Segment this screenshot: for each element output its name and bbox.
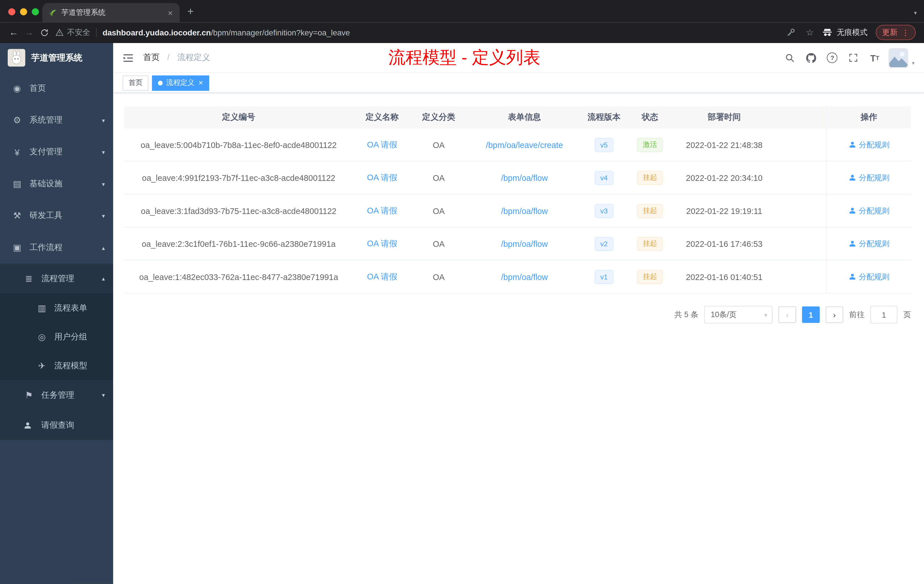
site-security[interactable]: 不安全: [55, 27, 90, 38]
sidebar-item-label: 流程表单: [54, 303, 87, 313]
app-logo[interactable]: 芋道管理系统: [0, 43, 113, 73]
assign-rule-link[interactable]: 分配规则: [848, 139, 889, 150]
avatar-caret-icon[interactable]: ▾: [912, 60, 914, 66]
person-icon: [848, 240, 856, 247]
definition-category: OA: [411, 228, 467, 260]
sidebar-item-user-group[interactable]: ◎ 用户分组: [0, 322, 113, 351]
definition-name-link[interactable]: OA 请假: [367, 139, 398, 150]
assign-rule-link[interactable]: 分配规则: [848, 238, 889, 249]
chevron-down-icon: ▾: [102, 149, 105, 155]
tags-view: 首页 流程定义 ×: [113, 73, 924, 93]
column-spacer: [774, 261, 826, 293]
prev-page-button[interactable]: ‹: [779, 307, 796, 323]
sidebar-item-system-management[interactable]: ⚙ 系统管理 ▾: [0, 104, 113, 136]
maximize-window-button[interactable]: [32, 8, 39, 15]
sidebar-item-payment-management[interactable]: ¥ 支付管理 ▾: [0, 136, 113, 168]
font-size-icon[interactable]: TT: [868, 51, 882, 65]
form-link[interactable]: /bpm/oa/leave/create: [486, 140, 563, 149]
person-icon: [848, 174, 856, 181]
tab-title: 芋道管理系统: [61, 8, 167, 18]
table-header: 定义编号 定义名称 定义分类 表单信息 流程版本 状态 部署时间 操作: [124, 106, 911, 128]
sidebar-item-leave-query[interactable]: 请假查询: [0, 410, 113, 440]
status-tag: 激活: [637, 138, 663, 152]
table-row: oa_leave:4:991f2193-7b7f-11ec-a3c8-acde4…: [124, 162, 911, 195]
incognito-icon: [822, 27, 833, 38]
column-header: 操作: [826, 106, 911, 128]
sidebar-item-task-management[interactable]: ⚑ 任务管理 ▾: [0, 380, 113, 410]
page-size-value: 10条/页: [711, 309, 737, 320]
definition-table: 定义编号 定义名称 定义分类 表单信息 流程版本 状态 部署时间 操作 oa_l…: [124, 106, 911, 294]
breadcrumb-home[interactable]: 首页: [143, 53, 160, 62]
definition-id: oa_leave:2:3c1f0ef1-76b1-11ec-9c66-a2380…: [124, 228, 353, 260]
assign-rule-link[interactable]: 分配规则: [848, 271, 889, 282]
forward-button[interactable]: →: [21, 25, 36, 40]
close-window-button[interactable]: [8, 8, 15, 15]
chevron-up-icon: ▴: [102, 275, 105, 282]
sidebar-item-dev-tools[interactable]: ⚒ 研发工具 ▾: [0, 200, 113, 231]
version-tag: v3: [594, 204, 614, 218]
table-row: oa_leave:2:3c1f0ef1-76b1-11ec-9c66-a2380…: [124, 228, 911, 261]
annotation-title: 流程模型 - 定义列表: [388, 46, 540, 70]
update-menu-button[interactable]: 更新 ⋮: [876, 25, 916, 40]
assign-rule-link[interactable]: 分配规则: [848, 172, 889, 183]
bookmark-star-icon[interactable]: ☆: [806, 27, 814, 38]
user-group-icon: ◎: [36, 332, 47, 342]
back-button[interactable]: ←: [6, 25, 21, 40]
sidebar-item-home[interactable]: ◉ 首页: [0, 73, 113, 104]
close-icon[interactable]: ×: [198, 79, 203, 87]
page-unit-label: 页: [903, 309, 911, 320]
menu-dots-icon: ⋮: [902, 28, 909, 37]
sidebar-item-process-management[interactable]: ≣ 流程管理 ▴: [0, 264, 113, 294]
chevron-down-icon: ▾: [764, 312, 767, 318]
avatar-image: [889, 49, 908, 67]
column-header: 部署时间: [674, 106, 775, 128]
avatar[interactable]: [889, 48, 908, 68]
goto-page-input[interactable]: [870, 306, 898, 323]
active-dot: [158, 81, 163, 86]
page-number-button[interactable]: 1: [802, 307, 820, 323]
header-actions: ? TT ▾: [783, 48, 914, 68]
search-icon[interactable]: [783, 51, 797, 65]
next-page-button[interactable]: ›: [826, 307, 843, 323]
sidebar-item-label: 系统管理: [30, 115, 63, 125]
assign-rule-link[interactable]: 分配规则: [848, 205, 889, 216]
version-tag: v2: [594, 237, 614, 251]
new-tab-button[interactable]: +: [187, 5, 194, 17]
deploy-time: 2022-01-22 19:19:11: [674, 195, 775, 227]
address-bar[interactable]: dashboard.yudao.iocoder.cn/bpm/manager/d…: [102, 28, 350, 37]
sidebar-item-process-model[interactable]: ✈ 流程模型: [0, 351, 113, 380]
sidebar-toggle-icon[interactable]: [122, 52, 134, 63]
table-row: oa_leave:5:004b710b-7b8a-11ec-8ef0-acde4…: [124, 129, 911, 162]
tag-home[interactable]: 首页: [122, 75, 148, 91]
tag-process-definition[interactable]: 流程定义 ×: [152, 75, 209, 91]
form-link[interactable]: /bpm/oa/flow: [501, 239, 548, 248]
tab-search-chevron-icon[interactable]: ▾: [914, 10, 917, 16]
tab-close-icon[interactable]: ×: [167, 8, 174, 17]
form-link[interactable]: /bpm/oa/flow: [501, 272, 548, 281]
page-content: 定义编号 定义名称 定义分类 表单信息 流程版本 状态 部署时间 操作 oa_l…: [113, 93, 924, 584]
definition-name-link[interactable]: OA 请假: [367, 172, 398, 183]
definition-name-link[interactable]: OA 请假: [367, 205, 398, 216]
sidebar-item-label: 工作流程: [30, 242, 63, 253]
help-icon[interactable]: ?: [825, 51, 840, 65]
sidebar-item-label: 流程管理: [41, 273, 74, 284]
minimize-window-button[interactable]: [20, 8, 27, 15]
browser-tab[interactable]: 芋道管理系统 ×: [43, 3, 180, 22]
column-header: 表单信息: [467, 106, 582, 128]
definition-name-link[interactable]: OA 请假: [367, 271, 398, 282]
password-key-icon[interactable]: [784, 25, 798, 40]
form-link[interactable]: /bpm/oa/flow: [501, 173, 548, 182]
github-icon[interactable]: [804, 51, 818, 65]
form-link[interactable]: /bpm/oa/flow: [501, 206, 548, 215]
sidebar-item-label: 研发工具: [30, 210, 63, 221]
status-tag: 挂起: [637, 270, 663, 284]
fullscreen-icon[interactable]: [846, 51, 861, 65]
definition-name-link[interactable]: OA 请假: [367, 238, 398, 249]
browser-toolbar: ← → 不安全 dashboard.yudao.iocoder.cn/bpm/m…: [0, 22, 924, 43]
column-spacer: [774, 106, 826, 128]
page-size-select[interactable]: 10条/页 ▾: [704, 306, 772, 323]
sidebar-item-workflow[interactable]: ▣ 工作流程 ▴: [0, 232, 113, 264]
reload-button[interactable]: [36, 25, 52, 40]
sidebar-item-infrastructure[interactable]: ▤ 基础设施 ▾: [0, 168, 113, 200]
sidebar-item-process-form[interactable]: ▥ 流程表单: [0, 294, 113, 322]
